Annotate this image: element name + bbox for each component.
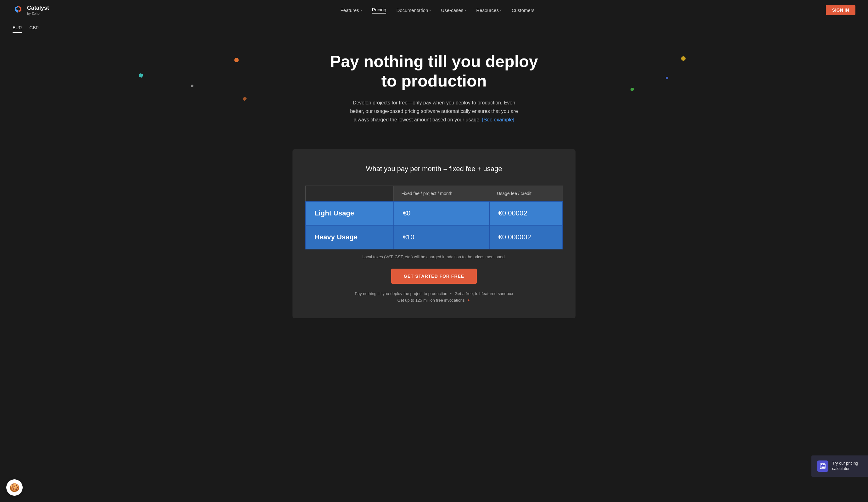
bottom-note-2: Get up to 125 million free invocations ✦	[305, 298, 563, 303]
col-header-fixed-fee: Fixed fee / project / month	[394, 186, 489, 202]
hero-heading: Pay nothing till you deploy to productio…	[324, 52, 544, 91]
svg-rect-2	[823, 464, 825, 465]
currency-bar: EUR GBP	[0, 20, 868, 33]
col-header-plan	[306, 186, 394, 202]
svg-rect-6	[821, 467, 822, 468]
pricing-row-light: Light Usage €0 €0,00002	[306, 201, 562, 225]
decorative-shape-sm	[191, 85, 194, 87]
plan-name-heavy: Heavy Usage	[306, 225, 394, 249]
pricing-row-heavy: Heavy Usage €10 €0,000002	[306, 225, 562, 249]
plan-name-light: Light Usage	[306, 201, 394, 225]
chevron-icon: ▾	[465, 9, 466, 12]
svg-rect-8	[823, 467, 825, 468]
see-example-link[interactable]: [See example]	[482, 117, 514, 122]
logo[interactable]: Catalyst by Zoho	[13, 4, 49, 16]
svg-rect-7	[822, 467, 823, 468]
svg-rect-1	[821, 464, 823, 465]
bottom-notes: Pay nothing till you deploy the project …	[305, 291, 563, 303]
navbar: Catalyst by Zoho Features ▾ Pricing Docu…	[0, 0, 868, 20]
cta-get-started-button[interactable]: GET STARTED FOR FREE	[391, 269, 477, 284]
pricing-calc-label: Try our pricing calculator	[832, 461, 862, 471]
chevron-icon: ▾	[429, 9, 431, 12]
nav-item-pricing[interactable]: Pricing	[372, 7, 386, 13]
pricing-calculator-widget[interactable]: Try our pricing calculator	[812, 455, 868, 477]
hero-description: Develop projects for free—only pay when …	[346, 99, 522, 124]
decorative-shape-arrow	[242, 96, 247, 101]
pricing-link[interactable]: Pricing	[372, 7, 386, 13]
decorative-shape-green	[630, 88, 634, 91]
cookie-consent-button[interactable]: 🍪	[6, 479, 23, 496]
chevron-icon: ▾	[360, 9, 362, 12]
svg-rect-4	[822, 466, 823, 467]
red-star: ✦	[467, 298, 471, 303]
hero-heading-line2: to production	[381, 72, 486, 90]
calc-svg-icon	[819, 463, 826, 469]
pricing-section: What you pay per month = fixed fee + usa…	[292, 149, 576, 318]
logo-title: Catalyst	[27, 5, 49, 12]
decorative-shape-gold	[681, 56, 685, 61]
currency-tab-eur[interactable]: EUR	[13, 25, 22, 33]
hero-heading-line1: Pay nothing till you deploy	[330, 52, 538, 70]
usage-fee-light: €0,00002	[489, 201, 562, 225]
nav-item-customers[interactable]: Customers	[512, 8, 535, 13]
decorative-shape-orange	[234, 58, 239, 62]
logo-text: Catalyst by Zoho	[27, 5, 49, 16]
svg-rect-5	[823, 466, 825, 467]
svg-rect-3	[821, 466, 822, 467]
hero-section: Pay nothing till you deploy to productio…	[0, 33, 868, 136]
pricing-table: Fixed fee / project / month Usage fee / …	[305, 186, 563, 249]
currency-tab-gbp[interactable]: GBP	[30, 25, 39, 33]
chevron-icon: ▾	[500, 9, 502, 12]
decorative-shape-teal	[138, 73, 143, 78]
signin-button[interactable]: SIGN IN	[826, 5, 855, 15]
nav-links: Features ▾ Pricing Documentation ▾ Use-c…	[340, 7, 534, 13]
pricing-section-heading: What you pay per month = fixed fee + usa…	[305, 165, 563, 173]
col-header-usage-fee: Usage fee / credit	[489, 186, 562, 202]
cookie-icon: 🍪	[9, 483, 20, 493]
nav-item-docs[interactable]: Documentation ▾	[396, 8, 431, 13]
usage-fee-heavy: €0,000002	[489, 225, 562, 249]
decorative-shape-blue	[666, 77, 668, 79]
tax-note: Local taxes (VAT, GST, etc.) will be cha…	[305, 255, 563, 259]
fixed-fee-heavy: €10	[394, 225, 489, 249]
fixed-fee-light: €0	[394, 201, 489, 225]
separator-dot: ✦	[450, 292, 452, 295]
logo-subtitle: by Zoho	[27, 12, 49, 16]
calculator-icon	[817, 460, 828, 472]
nav-item-resources[interactable]: Resources ▾	[476, 8, 502, 13]
bottom-note-1: Pay nothing till you deploy the project …	[305, 291, 563, 296]
nav-item-usecases[interactable]: Use-cases ▾	[441, 8, 466, 13]
logo-icon	[13, 4, 24, 16]
nav-item-features[interactable]: Features ▾	[340, 8, 362, 13]
